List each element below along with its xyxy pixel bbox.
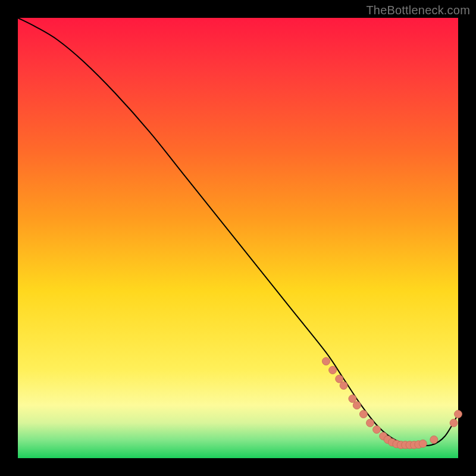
data-marker [419, 440, 427, 447]
data-marker [336, 375, 343, 383]
data-marker [349, 395, 356, 403]
data-marker [340, 381, 347, 389]
curve-markers [322, 358, 462, 449]
chart-stage: TheBottleneck.com [0, 0, 476, 476]
watermark-text: TheBottleneck.com [366, 4, 470, 17]
curve-line [18, 18, 458, 446]
data-marker [367, 419, 374, 427]
data-marker [373, 425, 381, 433]
plot-area [18, 18, 458, 458]
data-marker [450, 419, 458, 427]
data-marker [329, 367, 337, 374]
data-marker [353, 402, 361, 409]
data-marker [322, 358, 330, 365]
chart-svg [18, 18, 458, 458]
data-marker [455, 411, 462, 418]
data-marker [359, 411, 367, 418]
data-marker [430, 436, 438, 443]
